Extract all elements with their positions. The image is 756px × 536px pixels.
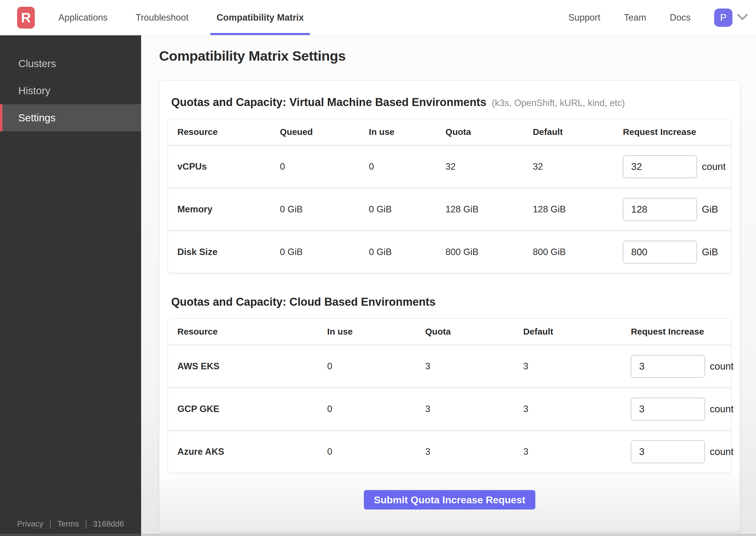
request-increase-cell: count	[613, 145, 731, 187]
column-header-quota: Quota	[416, 318, 514, 345]
top-nav: R Applications Troubleshoot Compatibilit…	[0, 0, 756, 35]
unit-label: GiB	[702, 204, 718, 215]
default-cell: 3	[514, 430, 621, 473]
memory-request-input[interactable]	[623, 198, 697, 221]
column-header-request-increase: Request Increase	[621, 318, 731, 345]
nav-tab-compatibility-matrix[interactable]: Compatibility Matrix	[217, 0, 304, 35]
avatar[interactable]: P	[714, 9, 733, 27]
unit-label: count	[710, 446, 734, 457]
resource-cell: Memory	[168, 187, 270, 230]
window-bottom-edge-left	[0, 534, 141, 536]
cloud-section-heading: Quotas and Capacity: Cloud Based Environ…	[171, 296, 732, 308]
vcpus-request-input[interactable]	[623, 155, 697, 178]
unit-label: count	[702, 161, 726, 172]
vm-section-note: (k3s, OpenShift, kURL, kind, etc)	[492, 98, 625, 108]
request-increase-cell: GiB	[613, 187, 731, 230]
default-cell: 3	[514, 387, 621, 430]
privacy-link[interactable]: Privacy	[17, 519, 43, 529]
column-header-request-increase: Request Increase	[613, 119, 731, 145]
in-use-cell: 0	[318, 345, 416, 387]
quota-cell: 800 GiB	[436, 230, 523, 273]
disk-size-request-input[interactable]	[623, 241, 697, 264]
gcp-gke-request-input[interactable]	[631, 398, 705, 420]
table-row-disk-size: Disk Size 0 GiB 0 GiB 800 GiB 800 GiB Gi…	[168, 230, 731, 273]
column-header-default: Default	[514, 318, 621, 345]
column-header-resource: Resource	[168, 318, 318, 345]
in-use-cell: 0	[318, 387, 416, 430]
sidebar-item-clusters[interactable]: Clusters	[0, 50, 141, 77]
default-cell: 32	[523, 145, 613, 187]
resource-cell: Azure AKS	[168, 430, 318, 473]
azure-aks-request-input[interactable]	[631, 440, 705, 463]
request-increase-cell: GiB	[613, 230, 731, 273]
column-header-queued: Queued	[270, 119, 360, 145]
vm-table-header-row: Resource Queued In use Quota Default Req…	[168, 119, 731, 145]
quota-cell: 3	[416, 345, 514, 387]
unit-label: count	[710, 403, 734, 415]
nav-tabs: Applications Troubleshoot Compatibility …	[58, 0, 332, 35]
queued-cell: 0 GiB	[270, 187, 360, 230]
default-cell: 3	[514, 345, 621, 387]
cloud-section-title: Quotas and Capacity: Cloud Based Environ…	[171, 296, 435, 308]
vm-section-title: Quotas and Capacity: Virtual Machine Bas…	[171, 96, 486, 108]
column-header-quota: Quota	[436, 119, 523, 145]
table-row-vcpus: vCPUs 0 0 32 32 count	[168, 145, 731, 187]
footer-divider: |	[85, 519, 87, 529]
nav-link-support[interactable]: Support	[568, 12, 601, 23]
window-bottom-edge-right	[141, 534, 756, 536]
nav-tab-applications[interactable]: Applications	[58, 0, 108, 35]
sidebar-item-history[interactable]: History	[0, 77, 141, 104]
table-row-azure-aks: Azure AKS 0 3 3 count	[168, 430, 731, 473]
nav-link-docs[interactable]: Docs	[670, 12, 691, 23]
submit-quota-increase-button[interactable]: Submit Quota Increase Request	[364, 490, 535, 510]
vm-quota-table: Resource Queued In use Quota Default Req…	[168, 119, 732, 273]
main-content: Compatibility Matrix Settings Quotas and…	[141, 35, 756, 534]
avatar-initial: P	[720, 12, 727, 23]
sidebar: Clusters History Settings Privacy | Term…	[0, 35, 141, 534]
table-row-aws-eks: AWS EKS 0 3 3 count	[168, 345, 731, 387]
unit-label: GiB	[702, 247, 718, 258]
resource-cell: Disk Size	[168, 230, 270, 273]
quota-cell: 32	[436, 145, 523, 187]
nav-tab-troubleshoot[interactable]: Troubleshoot	[136, 0, 189, 35]
build-hash: 3168dd6	[93, 519, 124, 529]
column-header-default: Default	[523, 119, 613, 145]
aws-eks-request-input[interactable]	[631, 355, 705, 378]
request-increase-cell: count	[621, 387, 731, 430]
sidebar-item-settings[interactable]: Settings	[0, 104, 141, 131]
request-increase-cell: count	[621, 430, 731, 473]
vm-section-heading: Quotas and Capacity: Virtual Machine Bas…	[171, 96, 732, 109]
quota-cell: 128 GiB	[436, 187, 523, 230]
terms-link[interactable]: Terms	[57, 519, 79, 529]
window-bottom-edge	[0, 534, 756, 536]
chevron-down-icon[interactable]	[737, 13, 748, 22]
replicated-logo[interactable]: R	[17, 7, 35, 29]
page-title: Compatibility Matrix Settings	[159, 48, 756, 64]
in-use-cell: 0 GiB	[360, 187, 436, 230]
sidebar-items: Clusters History Settings	[0, 35, 141, 131]
table-row-memory: Memory 0 GiB 0 GiB 128 GiB 128 GiB GiB	[168, 187, 731, 230]
cloud-table-header-row: Resource In use Quota Default Request In…	[168, 318, 731, 345]
submit-row: Submit Quota Increase Request	[168, 490, 732, 510]
in-use-cell: 0	[318, 430, 416, 473]
nav-right-links: Support Team Docs P	[568, 9, 748, 27]
in-use-cell: 0	[360, 145, 436, 187]
footer-divider: |	[49, 519, 52, 529]
column-header-resource: Resource	[168, 119, 270, 145]
queued-cell: 0	[270, 145, 360, 187]
queued-cell: 0 GiB	[270, 230, 360, 273]
in-use-cell: 0 GiB	[360, 230, 436, 273]
sidebar-footer: Privacy | Terms | 3168dd6	[0, 519, 141, 529]
column-header-in-use: In use	[318, 318, 416, 345]
default-cell: 128 GiB	[523, 187, 613, 230]
nav-link-team[interactable]: Team	[624, 12, 646, 23]
table-row-gcp-gke: GCP GKE 0 3 3 count	[168, 387, 731, 430]
quota-cell: 3	[416, 430, 514, 473]
default-cell: 800 GiB	[523, 230, 613, 273]
request-increase-cell: count	[621, 345, 731, 387]
resource-cell: AWS EKS	[168, 345, 318, 387]
cloud-quota-table: Resource In use Quota Default Request In…	[168, 318, 732, 473]
unit-label: count	[710, 361, 734, 372]
logo-letter: R	[21, 10, 31, 26]
column-header-in-use: In use	[360, 119, 436, 145]
